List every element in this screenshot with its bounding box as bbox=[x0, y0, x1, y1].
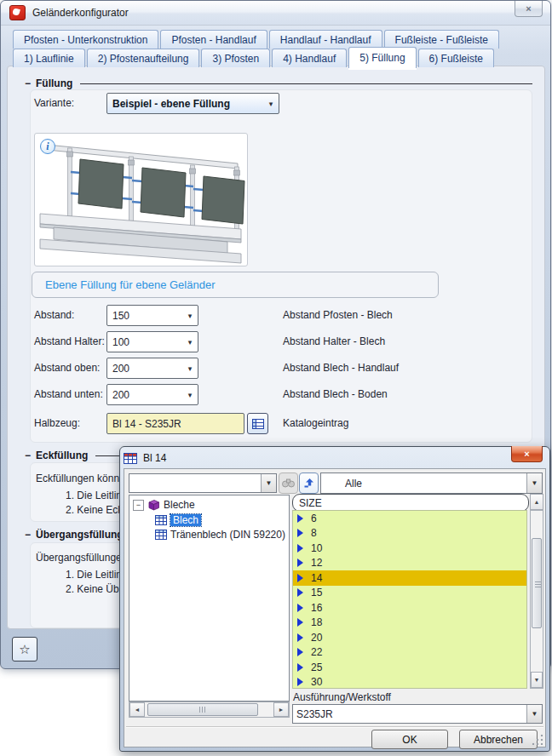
chevron-down-icon: ▾ bbox=[182, 338, 198, 346]
favorite-button[interactable]: ☆ bbox=[12, 637, 37, 662]
abstand-halter-combobox[interactable]: 100 ▾ bbox=[106, 331, 198, 352]
row-marker-icon bbox=[297, 663, 303, 672]
tree-node-traenenblech[interactable]: Tränenblech (DIN 59220) bbox=[155, 529, 285, 541]
tree-collapse-icon[interactable]: − bbox=[133, 500, 144, 511]
list-item[interactable]: 22 bbox=[293, 645, 526, 661]
list-item[interactable]: 8 bbox=[293, 526, 526, 541]
scroll-up-button[interactable]: ▲ bbox=[530, 494, 543, 510]
tab-handlauf-handlauf[interactable]: Handlauf - Handlauf bbox=[269, 30, 382, 49]
list-item-label: 22 bbox=[311, 646, 322, 658]
preview-caption: Ebene Füllung für ebene Geländer bbox=[45, 278, 215, 291]
row-marker-icon bbox=[297, 544, 303, 553]
tree-node-bleche[interactable]: − Bleche bbox=[133, 499, 195, 511]
row-marker-icon bbox=[297, 618, 303, 627]
tab-lauflinie[interactable]: 1) Lauflinie bbox=[13, 49, 85, 67]
list-vertical-scrollbar[interactable]: ▼ bbox=[530, 510, 543, 689]
size-header-label: SIZE bbox=[299, 497, 322, 509]
abstand-oben-combobox[interactable]: 200 ▾ bbox=[106, 358, 198, 379]
list-item[interactable]: 12 bbox=[293, 556, 526, 571]
cancel-button[interactable]: Abbrechen bbox=[459, 730, 538, 749]
info-icon[interactable]: i bbox=[40, 139, 55, 154]
collapse-icon[interactable]: − bbox=[25, 529, 31, 541]
ok-button[interactable]: OK bbox=[371, 730, 448, 749]
abstand-halter-value: 100 bbox=[107, 336, 129, 348]
group-fuellung-header: − Füllung bbox=[25, 77, 532, 89]
catalog-tree: − Bleche Blech bbox=[129, 495, 290, 702]
filter-combobox[interactable]: Alle ▼ bbox=[320, 472, 543, 494]
list-item-label: 18 bbox=[311, 616, 322, 628]
row-marker-icon bbox=[297, 574, 303, 582]
scrollbar-thumb[interactable] bbox=[147, 703, 258, 716]
halbzeug-field[interactable]: Bl 14 - S235JR bbox=[106, 413, 244, 434]
collapse-icon[interactable]: − bbox=[25, 77, 31, 89]
abstand-label: Abstand: bbox=[34, 309, 74, 321]
list-item[interactable]: 20 bbox=[293, 630, 526, 645]
material-combobox[interactable]: S235JR ▼ bbox=[292, 704, 543, 724]
combo-arrow-icon[interactable]: ▼ bbox=[261, 474, 276, 492]
catalog-title-bar[interactable]: Bl 14 bbox=[124, 449, 546, 467]
scroll-right-icon[interactable]: ► bbox=[273, 702, 289, 717]
tab-pfosten-unterkonstruktion[interactable]: Pfosten - Unterkonstruktion bbox=[13, 30, 158, 49]
catalog-browse-button[interactable] bbox=[247, 413, 268, 434]
abstand-halter-label: Abstand Halter: bbox=[34, 335, 105, 347]
abstand-combobox[interactable]: 150 ▾ bbox=[106, 305, 198, 326]
variante-value: Beispiel - ebene Füllung bbox=[107, 98, 230, 110]
close-icon[interactable]: × bbox=[515, 1, 543, 17]
search-combobox[interactable]: ▼ bbox=[129, 473, 277, 493]
list-item[interactable]: 10 bbox=[293, 541, 526, 556]
catalog-client-area: ▼ Alle ▼ − bbox=[124, 468, 546, 747]
tree-horizontal-scrollbar[interactable]: ◄ ► bbox=[129, 702, 290, 718]
row-marker-icon bbox=[297, 648, 303, 656]
tab-pfosten-handlauf[interactable]: Pfosten - Handlauf bbox=[160, 30, 267, 49]
tab-pfostenaufteilung[interactable]: 2) Pfostenaufteilung bbox=[87, 49, 200, 67]
row-marker-icon bbox=[297, 529, 303, 537]
list-item[interactable]: 6 bbox=[293, 511, 526, 526]
list-item-label: 10 bbox=[311, 542, 322, 554]
tab-fussleiste-fussleiste[interactable]: Fußleiste - Fußleiste bbox=[384, 30, 499, 49]
sheet-icon bbox=[155, 515, 167, 525]
screen: { "colors": { "accent_link_blue": "#2e93… bbox=[0, 0, 552, 756]
tree-node-bleche-label: Bleche bbox=[164, 499, 195, 511]
abstand-halter-desc: Abstand Halter - Blech bbox=[283, 335, 385, 347]
list-item[interactable]: 18 bbox=[293, 616, 526, 631]
variante-combobox[interactable]: Beispiel - ebene Füllung ▾ bbox=[106, 93, 279, 114]
list-item-selected[interactable]: 14 bbox=[293, 570, 526, 586]
chevron-down-icon: ▾ bbox=[263, 100, 279, 108]
main-title-bar[interactable]: Geländerkonfigurator bbox=[1, 1, 550, 26]
resize-grip[interactable] bbox=[532, 734, 543, 745]
up-level-button[interactable] bbox=[299, 472, 319, 494]
scroll-up-icon: ▲ bbox=[534, 499, 540, 505]
tab-fussleiste[interactable]: 6) Fußleiste bbox=[418, 49, 494, 67]
tab-pfosten[interactable]: 3) Pfosten bbox=[201, 49, 270, 67]
tab-strip-connections: Pfosten - Unterkonstruktion Pfosten - Ha… bbox=[13, 30, 499, 49]
collapse-icon[interactable]: − bbox=[25, 450, 31, 461]
chevron-down-icon: ▾ bbox=[182, 312, 198, 320]
close-icon[interactable]: × bbox=[511, 446, 543, 462]
material-value: S235JR bbox=[293, 708, 333, 720]
halbzeug-label: Halbzeug: bbox=[34, 417, 80, 429]
scrollbar-thumb[interactable] bbox=[532, 538, 542, 628]
halbzeug-value: Bl 14 - S235JR bbox=[107, 418, 181, 430]
catalog-dialog: Bl 14 × ▼ Alle ▼ − bbox=[119, 446, 550, 752]
size-column-header[interactable]: SIZE bbox=[292, 494, 529, 512]
list-item[interactable]: 30 bbox=[293, 675, 526, 690]
star-icon: ☆ bbox=[19, 642, 30, 657]
tab-fuellung-active[interactable]: 5) Füllung bbox=[348, 47, 416, 68]
row-marker-icon bbox=[297, 558, 303, 567]
tab-handlauf[interactable]: 4) Handlauf bbox=[272, 49, 347, 67]
list-item[interactable]: 15 bbox=[293, 586, 526, 601]
combo-arrow-icon[interactable]: ▼ bbox=[526, 705, 542, 723]
combo-arrow-icon[interactable]: ▼ bbox=[526, 473, 542, 493]
abstand-unten-combobox[interactable]: 200 ▾ bbox=[106, 384, 198, 405]
chevron-down-icon: ▾ bbox=[182, 364, 198, 373]
catalog-dialog-title: Bl 14 bbox=[143, 452, 166, 464]
abstand-oben-desc: Abstand Blech - Handlauf bbox=[283, 362, 399, 374]
abstand-desc: Abstand Pfosten - Blech bbox=[283, 309, 393, 321]
scroll-down-button[interactable]: ▼ bbox=[531, 672, 543, 688]
list-item[interactable]: 16 bbox=[293, 600, 526, 616]
list-item[interactable]: 25 bbox=[293, 660, 526, 675]
scroll-left-icon[interactable]: ◄ bbox=[129, 702, 145, 717]
table-icon bbox=[124, 453, 137, 464]
tree-node-blech[interactable]: Blech bbox=[155, 514, 201, 526]
search-button[interactable] bbox=[279, 472, 298, 494]
